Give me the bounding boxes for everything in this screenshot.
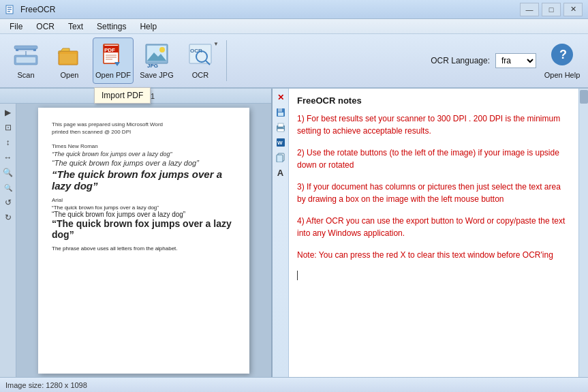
svg-marker-20 xyxy=(114,62,120,66)
ocr-icon: OCR xyxy=(187,42,213,68)
menu-bar: File OCR Text Settings Help xyxy=(0,19,588,34)
save-jpg-button[interactable]: JPG Save JPG xyxy=(136,37,177,84)
right-toolbar: ✕ xyxy=(273,89,289,377)
help-label: Open Help xyxy=(544,71,581,79)
svg-text:JPG: JPG xyxy=(147,63,158,67)
main-area: Page 1 of 1 ▶ ⊡ ↕ ↔ 🔍 🔍 ↺ ↻ This page wa… xyxy=(0,89,588,377)
toolbar-right: OCR Language: fra eng deu ? Open Help xyxy=(431,37,583,84)
svg-rect-42 xyxy=(277,155,283,162)
ocr-button[interactable]: OCR OCR ▼ xyxy=(180,37,221,84)
app-title: FreeOCR xyxy=(20,5,520,14)
toolbar-separator xyxy=(226,40,227,81)
image-size-text: Image size: 1280 x 1098 xyxy=(5,381,87,389)
svg-rect-3 xyxy=(7,11,10,12)
text-cursor xyxy=(297,271,570,282)
doc-font-label1: Times New Roman xyxy=(52,143,236,149)
svg-rect-36 xyxy=(278,123,283,127)
save-jpg-icon: JPG xyxy=(144,42,170,68)
help-icon: ? xyxy=(550,42,574,68)
print-button[interactable] xyxy=(275,121,287,134)
open-pdf-button[interactable]: PDF Open PDF xyxy=(93,37,134,84)
svg-rect-37 xyxy=(277,129,284,132)
doc-line1: This page was prepared using Microsoft W… xyxy=(52,121,236,127)
arrow-tool[interactable]: ▶ xyxy=(2,106,14,119)
svg-rect-33 xyxy=(278,108,282,112)
open-pdf-icon: PDF xyxy=(100,42,126,68)
copy-button[interactable] xyxy=(275,151,287,164)
open-icon xyxy=(57,42,82,68)
rotate-cw-tool[interactable]: ↻ xyxy=(2,211,14,224)
left-panel: Page 1 of 1 ▶ ⊡ ↕ ↔ 🔍 🔍 ↺ ↻ This page wa… xyxy=(0,89,273,377)
rotate-ccw-tool[interactable]: ↺ xyxy=(2,196,14,209)
scan-icon xyxy=(13,42,39,68)
svg-point-24 xyxy=(159,47,165,52)
text-button[interactable]: A xyxy=(275,166,287,179)
open-help-button[interactable]: ? Open Help xyxy=(542,37,583,84)
svg-text:?: ? xyxy=(559,48,567,61)
open-pdf-label: Open PDF xyxy=(95,71,131,79)
word-export-button[interactable]: W xyxy=(275,136,287,149)
doc-font-text1a: “The quick brown fox jumps over a lazy d… xyxy=(52,151,236,157)
ocr-label: OCR xyxy=(192,71,208,79)
move-vertical-tool[interactable]: ↕ xyxy=(2,136,14,149)
select-tool[interactable]: ⊡ xyxy=(2,121,14,134)
tooltip-import-pdf: Import PDF xyxy=(94,87,151,104)
doc-line2: printed then scanned @ 200 DPI xyxy=(52,129,236,135)
menu-settings[interactable]: Settings xyxy=(90,20,133,33)
svg-rect-7 xyxy=(16,57,35,63)
svg-text:PDF: PDF xyxy=(104,47,115,53)
document-page: This page was prepared using Microsoft W… xyxy=(38,108,249,374)
close-notes-button[interactable]: ✕ xyxy=(275,91,287,104)
image-container: ▶ ⊡ ↕ ↔ 🔍 🔍 ↺ ↻ This page was prepared u… xyxy=(0,104,271,377)
move-horizontal-tool[interactable]: ↔ xyxy=(2,151,14,164)
doc-footer: The phrase above uses all letters from t… xyxy=(52,245,236,252)
window-controls: — □ ✕ xyxy=(520,3,583,16)
ocr-dropdown-arrow[interactable]: ▼ xyxy=(213,41,219,47)
doc-font-text2a: “The quick brown fox jumps over a lazy d… xyxy=(52,205,236,211)
scrollbar-thumb[interactable] xyxy=(580,90,588,104)
svg-rect-12 xyxy=(60,54,76,63)
svg-point-38 xyxy=(283,127,284,128)
minimize-button[interactable]: — xyxy=(520,3,539,16)
app-icon xyxy=(5,4,16,15)
scan-label: Scan xyxy=(17,71,34,79)
ocr-language-label: OCR Language: xyxy=(431,56,490,65)
right-content: ✕ xyxy=(273,89,588,377)
open-label: Open xyxy=(61,71,79,79)
menu-text[interactable]: Text xyxy=(61,20,90,33)
maximize-button[interactable]: □ xyxy=(542,3,561,16)
status-bar: Image size: 1280 x 1098 xyxy=(0,377,588,392)
ocr-language-select[interactable]: fra eng deu xyxy=(495,53,536,68)
svg-rect-2 xyxy=(7,9,12,10)
save-notes-button[interactable] xyxy=(275,106,287,119)
notes-area: FreeOCR notes 1) For best results set yo… xyxy=(289,89,578,377)
doc-font-text1c: “The quick brown fox jumps over a lazy d… xyxy=(52,168,236,192)
open-button[interactable]: Open xyxy=(49,37,90,84)
title-bar: FreeOCR — □ ✕ xyxy=(0,0,588,19)
svg-text:W: W xyxy=(277,140,283,146)
scan-button[interactable]: Scan xyxy=(5,37,46,84)
zoom-in-tool[interactable]: 🔍 xyxy=(2,166,14,179)
notes-scrollbar[interactable] xyxy=(578,89,588,377)
svg-rect-9 xyxy=(18,50,33,51)
notes-title: FreeOCR notes xyxy=(297,95,570,106)
document-image: This page was prepared using Microsoft W… xyxy=(16,104,271,377)
doc-font-text1b: “The quick brown fox jumps over a lazy d… xyxy=(52,159,236,167)
svg-rect-34 xyxy=(278,112,283,116)
svg-rect-5 xyxy=(14,46,37,49)
sidebar-tools: ▶ ⊡ ↕ ↔ 🔍 🔍 ↺ ↻ xyxy=(0,104,16,377)
close-button[interactable]: ✕ xyxy=(563,3,583,16)
doc-font-text2b: “The quick brown fox jumps over a lazy d… xyxy=(52,211,236,218)
note-para-5: Note: You can press the red X to clear t… xyxy=(297,249,570,261)
save-jpg-label: Save JPG xyxy=(140,71,174,79)
menu-ocr[interactable]: OCR xyxy=(29,20,61,33)
zoom-out-tool[interactable]: 🔍 xyxy=(2,181,14,194)
note-para-4: 4) After OCR you can use the export butt… xyxy=(297,215,570,239)
toolbar: Scan Open PDF xyxy=(0,34,588,89)
menu-file[interactable]: File xyxy=(3,20,29,33)
svg-rect-1 xyxy=(7,7,12,8)
menu-help[interactable]: Help xyxy=(133,20,164,33)
note-para-3: 3) If your document has columns or pictu… xyxy=(297,181,570,205)
note-para-2: 2) Use the rotate buttons (to the left o… xyxy=(297,147,570,171)
doc-font-text2c: “The quick brown fox jumps over a lazy d… xyxy=(52,218,236,240)
